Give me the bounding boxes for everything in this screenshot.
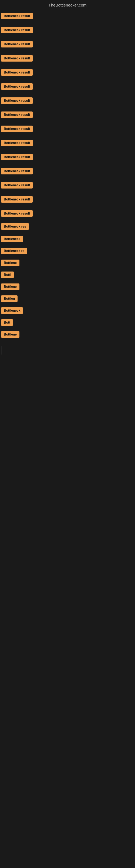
empty-area-1 (0, 361, 135, 442)
bottleneck-row-9: Bottleneck result (0, 122, 135, 136)
bottleneck-badge-24[interactable]: Bott (1, 319, 13, 326)
bottleneck-row-8: Bottleneck result (0, 108, 135, 122)
bottleneck-badge-11[interactable]: Bottleneck result (1, 154, 33, 160)
bottleneck-row-4: Bottleneck result (0, 51, 135, 65)
bottleneck-row-6: Bottleneck result (0, 80, 135, 94)
bottleneck-badge-7[interactable]: Bottleneck result (1, 97, 33, 104)
bottleneck-badge-5[interactable]: Bottleneck result (1, 69, 33, 76)
bottleneck-badge-16[interactable]: Bottleneck res (1, 223, 29, 230)
bottleneck-badge-17[interactable]: Bottleneck (1, 236, 23, 242)
bottleneck-badge-8[interactable]: Bottleneck result (1, 112, 33, 118)
bottleneck-badge-15[interactable]: Bottleneck result (1, 210, 33, 217)
bottleneck-row-19: Bottlene (0, 257, 135, 269)
bottleneck-badge-14[interactable]: Bottleneck result (1, 196, 33, 203)
bottleneck-row-18: Bottleneck re (0, 246, 135, 257)
bottleneck-row-10: Bottleneck result (0, 136, 135, 150)
bottleneck-row-22: Bottlen (0, 293, 135, 305)
dots-indicator: ... (1, 445, 3, 448)
bottleneck-badge-12[interactable]: Bottleneck result (1, 168, 33, 175)
bottleneck-badge-1[interactable]: Bottleneck result (1, 13, 33, 19)
page-container: TheBottlenecker.com Bottleneck result Bo… (0, 0, 135, 868)
bottleneck-badge-21[interactable]: Bottlene (1, 283, 19, 290)
bottleneck-row-2: Bottleneck result (0, 23, 135, 37)
bottleneck-row-15: Bottleneck result (0, 207, 135, 220)
bottleneck-row-14: Bottleneck result (0, 192, 135, 207)
bottleneck-row-16: Bottleneck res (0, 220, 135, 234)
bottleneck-row-13: Bottleneck result (0, 178, 135, 192)
bottleneck-row-7: Bottleneck result (0, 94, 135, 108)
bottleneck-badge-22[interactable]: Bottlen (1, 296, 17, 302)
bottleneck-badge-25[interactable]: Bottlene (1, 331, 19, 338)
bottleneck-row-17: Bottleneck (0, 234, 135, 246)
bottleneck-badge-20[interactable]: Bottl (1, 272, 14, 278)
bottleneck-badge-6[interactable]: Bottleneck result (1, 83, 33, 90)
bottleneck-badge-19[interactable]: Bottlene (1, 259, 19, 266)
bottleneck-row-24: Bott (0, 317, 135, 329)
bottleneck-badge-23[interactable]: Bottleneck (1, 307, 23, 314)
dots-section: ... (0, 442, 135, 450)
bottleneck-badge-3[interactable]: Bottleneck result (1, 41, 33, 48)
bottleneck-row-25: Bottlene (0, 329, 135, 341)
bottleneck-row-11: Bottleneck result (0, 150, 135, 164)
bottleneck-badge-10[interactable]: Bottleneck result (1, 140, 33, 146)
bottleneck-row-3: Bottleneck result (0, 37, 135, 51)
site-title: TheBottlenecker.com (0, 0, 135, 9)
bottleneck-row-1: Bottleneck result (0, 9, 135, 23)
indicator-section (0, 341, 135, 361)
empty-area-2 (0, 450, 135, 666)
bottleneck-row-20: Bottl (0, 269, 135, 281)
bottleneck-row-23: Bottleneck (0, 305, 135, 317)
bottleneck-badge-2[interactable]: Bottleneck result (1, 27, 33, 33)
bottleneck-row-12: Bottleneck result (0, 164, 135, 178)
indicator-bar (2, 346, 2, 354)
bottleneck-badge-4[interactable]: Bottleneck result (1, 55, 33, 62)
bottleneck-badge-18[interactable]: Bottleneck re (1, 248, 27, 254)
bottleneck-row-21: Bottlene (0, 281, 135, 293)
bottleneck-badge-13[interactable]: Bottleneck result (1, 182, 33, 188)
bottleneck-row-5: Bottleneck result (0, 65, 135, 80)
bottleneck-badge-9[interactable]: Bottleneck result (1, 126, 33, 132)
